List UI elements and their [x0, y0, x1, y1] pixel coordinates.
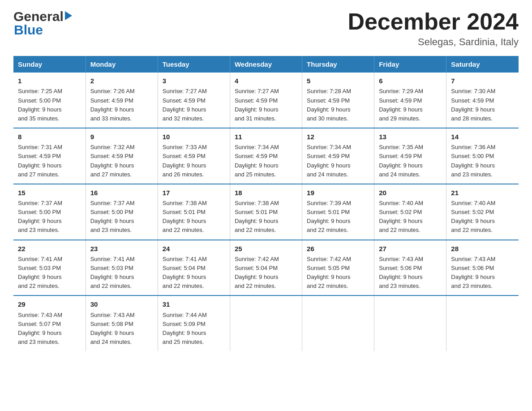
page-header: General Blue December 2024 Selegas, Sard… — [13, 9, 519, 48]
table-row: 21Sunrise: 7:40 AMSunset: 5:02 PMDayligh… — [446, 184, 519, 240]
table-row: 19Sunrise: 7:39 AMSunset: 5:01 PMDayligh… — [302, 184, 374, 240]
day-info: Sunrise: 7:36 AMSunset: 5:00 PMDaylight:… — [451, 143, 514, 179]
table-row: 26Sunrise: 7:42 AMSunset: 5:05 PMDayligh… — [302, 240, 374, 296]
day-number: 3 — [163, 76, 225, 86]
day-info: Sunrise: 7:41 AMSunset: 5:03 PMDaylight:… — [90, 255, 153, 291]
day-info: Sunrise: 7:34 AMSunset: 4:59 PMDaylight:… — [307, 143, 369, 179]
day-number: 26 — [307, 244, 369, 254]
day-info: Sunrise: 7:35 AMSunset: 4:59 PMDaylight:… — [379, 143, 442, 179]
calendar-subtitle: Selegas, Sardinia, Italy — [348, 36, 519, 48]
col-tuesday: Tuesday — [158, 56, 230, 73]
day-info: Sunrise: 7:26 AMSunset: 4:59 PMDaylight:… — [90, 87, 153, 123]
day-number: 30 — [90, 299, 153, 309]
col-monday: Monday — [86, 56, 158, 73]
day-info: Sunrise: 7:33 AMSunset: 4:59 PMDaylight:… — [163, 143, 225, 179]
table-row: 8Sunrise: 7:31 AMSunset: 4:59 PMDaylight… — [13, 128, 86, 184]
day-number: 27 — [379, 244, 442, 254]
day-info: Sunrise: 7:38 AMSunset: 5:01 PMDaylight:… — [163, 199, 225, 235]
calendar-header-row: Sunday Monday Tuesday Wednesday Thursday… — [13, 56, 519, 73]
table-row — [230, 295, 302, 351]
day-info: Sunrise: 7:31 AMSunset: 4:59 PMDaylight:… — [18, 143, 81, 179]
table-row: 13Sunrise: 7:35 AMSunset: 4:59 PMDayligh… — [374, 128, 446, 184]
day-number: 7 — [451, 76, 514, 86]
col-saturday: Saturday — [446, 56, 519, 73]
calendar-table: Sunday Monday Tuesday Wednesday Thursday… — [13, 56, 519, 351]
calendar-week-row: 22Sunrise: 7:41 AMSunset: 5:03 PMDayligh… — [13, 240, 519, 296]
table-row: 30Sunrise: 7:43 AMSunset: 5:08 PMDayligh… — [86, 295, 158, 351]
calendar-week-row: 15Sunrise: 7:37 AMSunset: 5:00 PMDayligh… — [13, 184, 519, 240]
table-row: 28Sunrise: 7:43 AMSunset: 5:06 PMDayligh… — [446, 240, 519, 296]
calendar-week-row: 8Sunrise: 7:31 AMSunset: 4:59 PMDaylight… — [13, 128, 519, 184]
day-info: Sunrise: 7:44 AMSunset: 5:09 PMDaylight:… — [163, 311, 225, 347]
logo-general-text: General — [13, 9, 64, 24]
day-info: Sunrise: 7:41 AMSunset: 5:03 PMDaylight:… — [18, 255, 81, 291]
day-info: Sunrise: 7:42 AMSunset: 5:04 PMDaylight:… — [235, 255, 297, 291]
calendar-title: December 2024 — [348, 9, 519, 34]
day-number: 22 — [18, 244, 81, 254]
table-row: 3Sunrise: 7:27 AMSunset: 4:59 PMDaylight… — [158, 73, 230, 128]
calendar-week-row: 29Sunrise: 7:43 AMSunset: 5:07 PMDayligh… — [13, 295, 519, 351]
day-number: 18 — [235, 188, 297, 198]
table-row: 6Sunrise: 7:29 AMSunset: 4:59 PMDaylight… — [374, 73, 446, 128]
table-row: 18Sunrise: 7:38 AMSunset: 5:01 PMDayligh… — [230, 184, 302, 240]
day-info: Sunrise: 7:27 AMSunset: 4:59 PMDaylight:… — [235, 87, 297, 123]
table-row — [302, 295, 374, 351]
table-row: 29Sunrise: 7:43 AMSunset: 5:07 PMDayligh… — [13, 295, 86, 351]
day-info: Sunrise: 7:40 AMSunset: 5:02 PMDaylight:… — [379, 199, 442, 235]
table-row: 1Sunrise: 7:25 AMSunset: 5:00 PMDaylight… — [13, 73, 86, 128]
table-row: 14Sunrise: 7:36 AMSunset: 5:00 PMDayligh… — [446, 128, 519, 184]
title-block: December 2024 Selegas, Sardinia, Italy — [348, 9, 519, 48]
day-number: 4 — [235, 76, 297, 86]
day-info: Sunrise: 7:28 AMSunset: 4:59 PMDaylight:… — [307, 87, 369, 123]
day-number: 16 — [90, 188, 153, 198]
day-number: 8 — [18, 132, 81, 142]
table-row: 10Sunrise: 7:33 AMSunset: 4:59 PMDayligh… — [158, 128, 230, 184]
day-info: Sunrise: 7:27 AMSunset: 4:59 PMDaylight:… — [163, 87, 225, 123]
day-info: Sunrise: 7:34 AMSunset: 4:59 PMDaylight:… — [235, 143, 297, 179]
day-info: Sunrise: 7:43 AMSunset: 5:06 PMDaylight:… — [451, 255, 514, 291]
day-number: 21 — [451, 188, 514, 198]
day-info: Sunrise: 7:42 AMSunset: 5:05 PMDaylight:… — [307, 255, 369, 291]
day-info: Sunrise: 7:37 AMSunset: 5:00 PMDaylight:… — [18, 199, 81, 235]
day-number: 5 — [307, 76, 369, 86]
day-info: Sunrise: 7:32 AMSunset: 4:59 PMDaylight:… — [90, 143, 153, 179]
logo-blue-text: Blue — [13, 22, 43, 38]
day-number: 20 — [379, 188, 442, 198]
col-friday: Friday — [374, 56, 446, 73]
table-row — [446, 295, 519, 351]
day-number: 23 — [90, 244, 153, 254]
calendar-week-row: 1Sunrise: 7:25 AMSunset: 5:00 PMDaylight… — [13, 73, 519, 128]
logo-arrow-icon — [65, 11, 72, 20]
day-number: 31 — [163, 299, 225, 309]
day-info: Sunrise: 7:40 AMSunset: 5:02 PMDaylight:… — [451, 199, 514, 235]
table-row — [374, 295, 446, 351]
day-number: 2 — [90, 76, 153, 86]
table-row: 24Sunrise: 7:41 AMSunset: 5:04 PMDayligh… — [158, 240, 230, 296]
day-info: Sunrise: 7:41 AMSunset: 5:04 PMDaylight:… — [163, 255, 225, 291]
logo: General Blue — [13, 9, 72, 38]
day-info: Sunrise: 7:39 AMSunset: 5:01 PMDaylight:… — [307, 199, 369, 235]
table-row: 20Sunrise: 7:40 AMSunset: 5:02 PMDayligh… — [374, 184, 446, 240]
day-info: Sunrise: 7:38 AMSunset: 5:01 PMDaylight:… — [235, 199, 297, 235]
day-number: 6 — [379, 76, 442, 86]
day-number: 11 — [235, 132, 297, 142]
day-number: 25 — [235, 244, 297, 254]
day-number: 14 — [451, 132, 514, 142]
day-info: Sunrise: 7:29 AMSunset: 4:59 PMDaylight:… — [379, 87, 442, 123]
day-info: Sunrise: 7:30 AMSunset: 4:59 PMDaylight:… — [451, 87, 514, 123]
table-row: 7Sunrise: 7:30 AMSunset: 4:59 PMDaylight… — [446, 73, 519, 128]
day-info: Sunrise: 7:43 AMSunset: 5:08 PMDaylight:… — [90, 311, 153, 347]
table-row: 27Sunrise: 7:43 AMSunset: 5:06 PMDayligh… — [374, 240, 446, 296]
day-number: 24 — [163, 244, 225, 254]
table-row: 2Sunrise: 7:26 AMSunset: 4:59 PMDaylight… — [86, 73, 158, 128]
table-row: 12Sunrise: 7:34 AMSunset: 4:59 PMDayligh… — [302, 128, 374, 184]
day-info: Sunrise: 7:25 AMSunset: 5:00 PMDaylight:… — [18, 87, 81, 123]
col-wednesday: Wednesday — [230, 56, 302, 73]
table-row: 11Sunrise: 7:34 AMSunset: 4:59 PMDayligh… — [230, 128, 302, 184]
table-row: 22Sunrise: 7:41 AMSunset: 5:03 PMDayligh… — [13, 240, 86, 296]
table-row: 5Sunrise: 7:28 AMSunset: 4:59 PMDaylight… — [302, 73, 374, 128]
day-info: Sunrise: 7:37 AMSunset: 5:00 PMDaylight:… — [90, 199, 153, 235]
day-number: 13 — [379, 132, 442, 142]
day-number: 19 — [307, 188, 369, 198]
col-thursday: Thursday — [302, 56, 374, 73]
